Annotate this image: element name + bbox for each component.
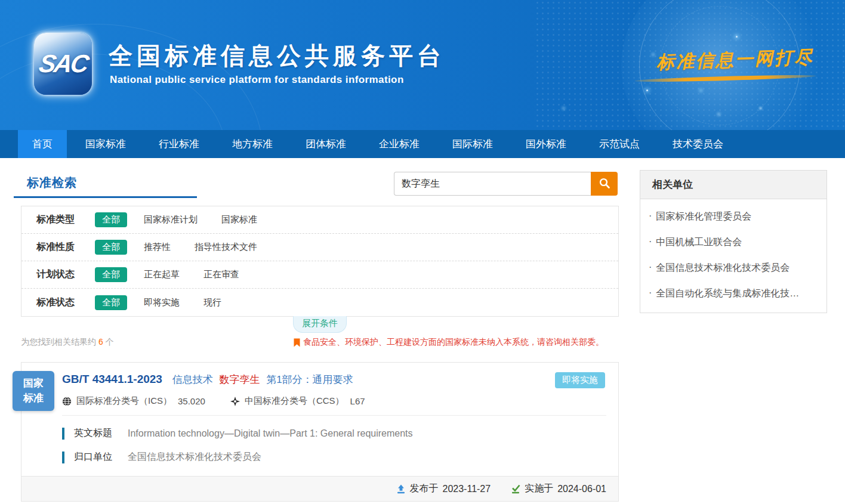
- related-units-panel: 相关单位 · 国家标准化管理委员会 · 中国机械工业联合会 · 全国信息技术标准…: [640, 170, 827, 313]
- globe-icon: [62, 397, 72, 406]
- classification-row: 国际标准分类号（ICS） 35.020 中国标准分类号（CCS） L67: [62, 395, 606, 407]
- standard-code: GB/T 43441.1-2023: [62, 373, 162, 385]
- teal-bar-decor: [62, 428, 64, 440]
- expand-conditions-button[interactable]: 展开条件: [293, 316, 347, 333]
- title-part1: 信息技术: [172, 374, 213, 385]
- title-part2: 第1部分：通用要求: [266, 374, 353, 385]
- card-body: GB/T 43441.1-2023 信息技术 数字孪生 第1部分：通用要求: [21, 363, 618, 463]
- filter-row-standard-nature: 标准性质 全部 推荐性 指导性技术文件: [21, 234, 618, 261]
- notice-text: 食品安全、环境保护、工程建设方面的国家标准未纳入本系统，请咨询相关部委。: [294, 337, 604, 348]
- section-title-wrap: 标准检索: [14, 170, 197, 198]
- filter-options: 国家标准计划 国家标准: [144, 214, 257, 225]
- filter-row-standard-status: 标准状态 全部 即将实施 现行: [21, 289, 618, 316]
- card-footer: 发布于 2023-11-27 实施于 2024-06-01: [21, 476, 618, 501]
- ics-value: 35.020: [178, 396, 205, 406]
- filter-label: 标准性质: [36, 241, 95, 253]
- standard-title-link[interactable]: GB/T 43441.1-2023 信息技术 数字孪生 第1部分：通用要求: [62, 373, 606, 386]
- filter-option[interactable]: 国家标准计划: [144, 214, 198, 225]
- filter-option[interactable]: 正在起草: [144, 269, 180, 280]
- search-button[interactable]: [591, 172, 618, 196]
- sidebar-item-it-standardization[interactable]: · 全国信息技术标准化技术委员会: [640, 255, 827, 281]
- search-row: 标准检索: [21, 170, 619, 206]
- notice-message: 食品安全、环境保护、工程建设方面的国家标准未纳入本系统，请咨询相关部委。: [303, 337, 604, 348]
- filter-all-badge[interactable]: 全部: [95, 295, 127, 310]
- nav-item-pilot[interactable]: 示范试点: [585, 130, 654, 158]
- sidebar-item-machinery-federation[interactable]: · 中国机械工业联合会: [640, 230, 827, 255]
- bullet: ·: [649, 211, 652, 223]
- results-info-row: 为您找到相关结果约6个 食品安全、环境保护、工程建设方面的国家标准未纳入本系统，…: [21, 337, 619, 348]
- bullet: ·: [649, 262, 652, 274]
- filter-options: 即将实施 现行: [144, 297, 221, 308]
- teal-bar-decor: [62, 452, 64, 463]
- nav-item-national-standards[interactable]: 国家标准: [71, 130, 140, 158]
- filter-option[interactable]: 指导性技术文件: [195, 242, 257, 253]
- related-units-title: 相关单位: [640, 171, 827, 199]
- search-icon: [599, 177, 610, 191]
- filter-all-badge[interactable]: 全部: [95, 240, 127, 255]
- nav-item-technical-committee[interactable]: 技术委员会: [658, 130, 738, 158]
- filter-option[interactable]: 现行: [203, 297, 221, 308]
- bookmark-icon: [294, 338, 300, 347]
- sparkle-decor: [736, 36, 738, 38]
- nav-item-international-standards[interactable]: 国际标准: [438, 130, 507, 158]
- filter-option[interactable]: 国家标准: [221, 214, 257, 225]
- card-divider: [62, 415, 606, 416]
- site-subtitle: National public service platform for sta…: [110, 74, 404, 86]
- filter-panel: 标准类型 全部 国家标准计划 国家标准 标准性质 全部 推荐性 指导性技术文件 …: [21, 206, 619, 317]
- ccs-value: L67: [350, 396, 365, 406]
- sac-logo[interactable]: SAC: [34, 33, 92, 95]
- ics-label: 国际标准分类号（ICS）: [76, 395, 172, 407]
- type-badge-line2: 标准: [13, 391, 54, 406]
- filter-label: 标准类型: [36, 214, 95, 226]
- filter-label: 计划状态: [36, 268, 95, 281]
- bullet: ·: [649, 236, 652, 249]
- result-count-text: 为您找到相关结果约6个: [21, 337, 114, 348]
- title-highlight: 数字孪生: [219, 374, 260, 385]
- count-number: 6: [98, 337, 103, 347]
- committee-value: 全国信息技术标准化技术委员会: [128, 451, 261, 463]
- nav-item-industry-standards[interactable]: 行业标准: [144, 130, 214, 158]
- english-title-value: Information technology—Digital twin—Part…: [128, 428, 413, 439]
- ics-group: 国际标准分类号（ICS） 35.020: [62, 395, 205, 407]
- nav-item-foreign-standards[interactable]: 国外标准: [511, 130, 581, 158]
- english-title-label: 英文标题: [74, 427, 112, 440]
- english-title-row: 英文标题 Information technology—Digital twin…: [62, 427, 606, 440]
- implement-label: 实施于: [525, 483, 553, 495]
- site-header: SAC 全国标准信息公共服务平台 National public service…: [0, 0, 845, 130]
- filter-all-badge[interactable]: 全部: [95, 212, 127, 227]
- related-units-list: · 国家标准化管理委员会 · 中国机械工业联合会 · 全国信息技术标准化技术委员…: [640, 199, 827, 313]
- filter-option[interactable]: 推荐性: [144, 242, 171, 253]
- sidebar-item-label: 国家标准化管理委员会: [656, 211, 751, 223]
- filter-option[interactable]: 即将实施: [144, 297, 180, 308]
- main-column: 标准检索 标准类型 全部 国家标: [21, 170, 619, 502]
- implement-date: 2024-06-01: [557, 484, 606, 494]
- compass-icon: [230, 397, 240, 406]
- sac-logo-text: SAC: [36, 50, 89, 78]
- filter-row-plan-status: 计划状态 全部 正在起草 正在审查: [21, 261, 618, 289]
- standard-type-badge: 国家 标准: [13, 371, 54, 411]
- nav-item-enterprise-standards[interactable]: 企业标准: [365, 130, 434, 158]
- nav-item-local-standards[interactable]: 地方标准: [218, 130, 287, 158]
- sidebar-item-automation-systems[interactable]: · 全国自动化系统与集成标准化技…: [640, 281, 827, 307]
- content-area: 标准检索 标准类型 全部 国家标: [0, 158, 845, 502]
- nav-item-group-standards[interactable]: 团体标准: [291, 130, 360, 158]
- count-suffix: 个: [106, 337, 114, 347]
- sidebar-item-sac[interactable]: · 国家标准化管理委员会: [640, 204, 827, 230]
- bullet: ·: [649, 287, 652, 300]
- search-input[interactable]: [394, 172, 591, 196]
- nav-item-home[interactable]: 首页: [18, 130, 67, 158]
- filter-option[interactable]: 正在审查: [203, 269, 239, 280]
- publish-label: 发布于: [410, 483, 439, 495]
- publish-icon: [396, 484, 406, 494]
- status-badge: 即将实施: [555, 372, 605, 388]
- implement-date-group: 实施于 2024-06-01: [511, 483, 606, 495]
- search-group: [394, 172, 618, 196]
- filter-all-badge[interactable]: 全部: [95, 267, 127, 282]
- site-title: 全国标准信息公共服务平台: [109, 39, 445, 72]
- publish-date-group: 发布于 2023-11-27: [396, 483, 491, 495]
- sidebar-item-label: 中国机械工业联合会: [656, 236, 742, 249]
- implement-icon: [511, 484, 520, 494]
- ccs-group: 中国标准分类号（CCS） L67: [230, 395, 365, 407]
- standard-result-card: 国家 标准 即将实施 GB/T 43441.1-2023 信息技术 数字孪生 第…: [21, 362, 619, 502]
- filter-row-standard-type: 标准类型 全部 国家标准计划 国家标准: [21, 206, 618, 234]
